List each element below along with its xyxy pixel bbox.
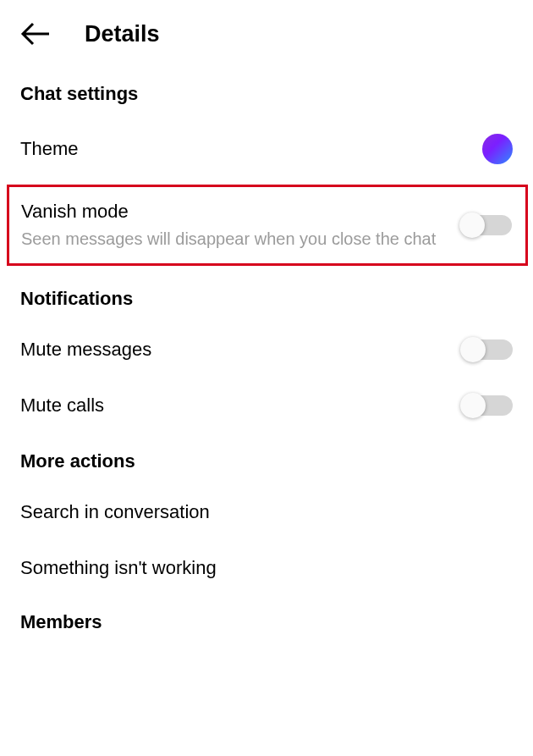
back-arrow-icon <box>20 21 51 47</box>
section-notifications: Notifications <box>0 269 533 322</box>
mute-calls-toggle[interactable] <box>462 395 513 416</box>
section-members: Members <box>0 596 533 640</box>
page-title: Details <box>85 21 160 47</box>
theme-row[interactable]: Theme <box>0 117 533 181</box>
mute-calls-label: Mute calls <box>20 395 104 417</box>
vanish-mode-sublabel: Seen messages will disappear when you cl… <box>21 228 448 251</box>
vanish-mode-text: Vanish mode Seen messages will disappear… <box>21 201 461 251</box>
toggle-knob-icon <box>460 337 486 362</box>
theme-label: Theme <box>20 138 78 160</box>
section-more-actions: More actions <box>0 433 533 484</box>
back-button[interactable] <box>20 19 51 49</box>
mute-calls-row[interactable]: Mute calls <box>0 378 533 433</box>
search-conversation-label: Search in conversation <box>20 501 210 523</box>
vanish-mode-toggle[interactable] <box>461 215 512 235</box>
vanish-mode-row[interactable]: Vanish mode Seen messages will disappear… <box>21 199 512 251</box>
report-row[interactable]: Something isn't working <box>0 540 533 596</box>
toggle-knob-icon <box>460 393 486 418</box>
header-bar: Details <box>0 0 533 64</box>
vanish-mode-highlight: Vanish mode Seen messages will disappear… <box>7 185 528 266</box>
theme-color-icon <box>482 134 513 164</box>
mute-messages-toggle[interactable] <box>462 339 513 360</box>
toggle-knob-icon <box>459 212 485 238</box>
report-label: Something isn't working <box>20 557 217 579</box>
mute-messages-row[interactable]: Mute messages <box>0 322 533 378</box>
vanish-mode-label: Vanish mode <box>21 201 448 223</box>
section-chat-settings: Chat settings <box>0 64 533 117</box>
search-conversation-row[interactable]: Search in conversation <box>0 484 533 540</box>
mute-messages-label: Mute messages <box>20 339 151 361</box>
